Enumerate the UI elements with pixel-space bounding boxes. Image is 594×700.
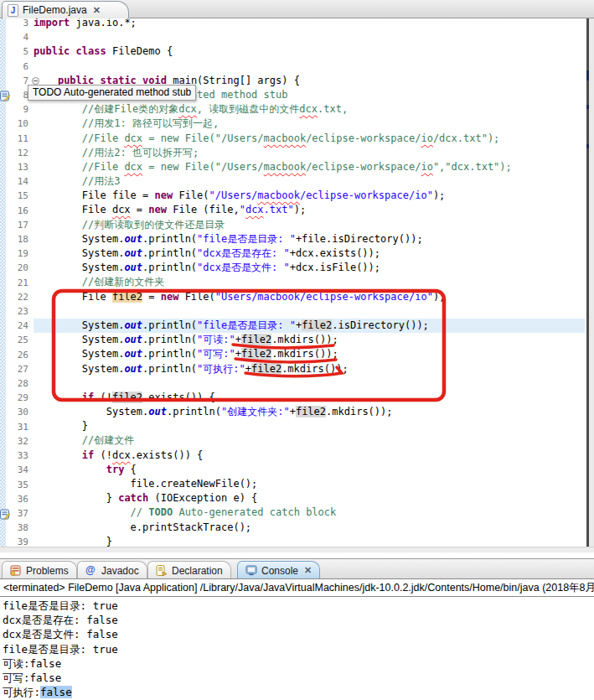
code-token: dcx [299,103,318,115]
line-number[interactable]: 7 [6,74,28,88]
code-token: macbook [257,189,300,201]
code-line[interactable]: System.out.println("file是否是目录: "+file.is… [34,232,585,246]
code-line[interactable] [34,30,585,44]
tab-console[interactable]: Console ✕ [237,561,320,579]
java-file-icon: J [8,4,18,17]
code-token: class [76,45,106,57]
code-token: +dcx.exists()); [290,247,380,259]
line-number[interactable]: 26 [6,348,28,362]
code-line[interactable] [34,304,585,319]
line-number[interactable]: 32 [6,434,28,449]
code-line[interactable]: //File dcx = new File("/Users/macbook/ec… [34,132,585,146]
code-line[interactable]: import java.io.*; [34,18,585,30]
line-number[interactable]: 19 [6,246,28,261]
code-line[interactable]: if (!dcx.exists()) { [34,449,585,463]
fold-collapse-icon[interactable] [32,77,39,85]
console-output[interactable]: file是否是目录: truedcx是否是存在: falsedcx是否是文件: … [0,597,594,700]
code-line[interactable]: //创建文件 [34,433,585,448]
code-line[interactable]: System.out.println("dcx是否是文件: "+dcx.isFi… [34,261,585,275]
code-line[interactable]: System.out.println("dcx是否是存在: "+dcx.exis… [34,246,585,261]
code-line[interactable]: e.printStackTrace(); [34,521,585,535]
line-number[interactable]: 30 [6,405,28,419]
code-token: io [421,132,432,144]
code-token: + [245,363,251,375]
code-line[interactable]: //创建新的文件夹 [34,275,585,289]
line-number[interactable]: 23 [6,304,28,319]
code-token: , 读取到磁盘中的文件 [197,103,299,115]
line-number[interactable]: 21 [6,276,28,290]
line-number[interactable]: 33 [6,449,28,463]
code-line[interactable]: //用发1: 路径可以写到一起, [34,117,585,131]
code-line[interactable]: } [34,419,585,433]
code-line[interactable]: File file2 = new File("Users/macbook/ecl… [34,290,585,304]
code-token: ); [433,291,445,303]
tab-close-icon[interactable]: ✕ [304,565,312,576]
line-number[interactable]: 12 [6,146,28,160]
code-line[interactable]: System.out.println("file是否是目录: "+file2.i… [34,319,585,333]
code-line[interactable]: //File dcx = new File("/Users/macbook/ec… [34,160,585,174]
code-line[interactable]: System.out.println("可读:"+file2.mkdirs())… [34,333,585,347]
line-number[interactable]: 11 [6,132,28,146]
tab-close-icon[interactable]: ✕ [93,5,101,16]
code-line[interactable]: } catch (IOException e) { [34,491,585,506]
code-token: .mkdirs()); [282,363,348,375]
code-token: File file = [34,189,155,201]
line-number[interactable]: 28 [6,376,28,391]
code-line[interactable]: //创建File类的对象dcx, 读取到磁盘中的文件dcx.txt, [34,102,585,117]
code-token: dcx [112,204,131,215]
code-token: ); [433,189,445,201]
line-number[interactable]: 3 [6,18,28,30]
line-number[interactable]: 10 [6,117,28,131]
code-line[interactable] [34,376,585,391]
code-token: "Users/macbook/eclipse-workspace/io" [215,291,433,303]
line-number[interactable]: 15 [6,189,28,203]
line-number[interactable]: 20 [6,261,28,275]
code-line[interactable]: File file = new File("/Users/macbook/ecl… [34,189,585,203]
code-line[interactable]: //用法3 [34,174,585,189]
line-number[interactable]: 25 [6,333,28,347]
editor-tab-filedemo[interactable]: J FileDemo.java ✕ [2,1,129,18]
editor-scrollbar-strip[interactable] [0,547,594,552]
console-line: 可写:false [3,671,594,685]
line-number[interactable]: 6 [6,60,28,74]
code-line[interactable]: //判断读取到的使文件还是目录 [34,218,585,232]
code-line[interactable]: file.createNewFile(); [34,477,585,491]
code-token: //创建新的文件夹 [82,276,164,288]
line-number[interactable]: 22 [6,290,28,304]
code-token: "可写:" [197,348,235,360]
code-line[interactable]: // TODO Auto-generated catch block [34,506,585,520]
tab-problems[interactable]: Problems [2,561,77,579]
line-number[interactable]: 13 [6,160,28,174]
line-number[interactable]: 24 [6,319,28,333]
tab-label: Console [261,565,298,577]
code-line[interactable]: System.out.println("可执行:"+file2.mkdirs()… [34,362,585,376]
code-token: dcx [178,103,197,115]
code-token: } [34,492,118,504]
line-number[interactable]: 16 [6,204,28,218]
code-line[interactable]: File dcx = new File (file,"dcx.txt"); [34,203,585,217]
line-number[interactable]: 9 [6,102,28,117]
code-line[interactable]: //用法2: 也可以拆开写; [34,146,585,160]
line-number[interactable]: 27 [6,362,28,376]
tab-declaration[interactable]: Declaration [147,561,231,579]
line-number[interactable]: 4 [6,30,28,44]
tab-javadoc[interactable]: @ Javadoc [77,561,147,579]
code-line[interactable]: try { [34,463,585,477]
line-number[interactable]: 38 [6,521,28,535]
line-number[interactable]: 5 [6,44,28,59]
code-line[interactable]: System.out.println("创建文件夹:"+file2.mkdirs… [34,405,585,419]
line-number[interactable]: 17 [6,218,28,232]
code-line[interactable]: if (!file2.exists()) { [34,391,585,405]
code-token: dcx [124,161,142,173]
line-number[interactable]: 35 [6,478,28,492]
line-number[interactable]: 34 [6,463,28,477]
line-number[interactable]: 29 [6,391,28,405]
line-number[interactable]: 31 [6,420,28,434]
occurrence-highlight: file2 [296,406,326,417]
line-number[interactable]: 18 [6,232,28,246]
line-number[interactable]: 14 [6,174,28,189]
code-line[interactable] [34,60,585,74]
code-line[interactable]: public class FileDemo { [34,44,585,59]
line-number[interactable]: 36 [6,492,28,506]
code-line[interactable]: System.out.println("可写:"+file2.mkdirs())… [34,347,585,361]
